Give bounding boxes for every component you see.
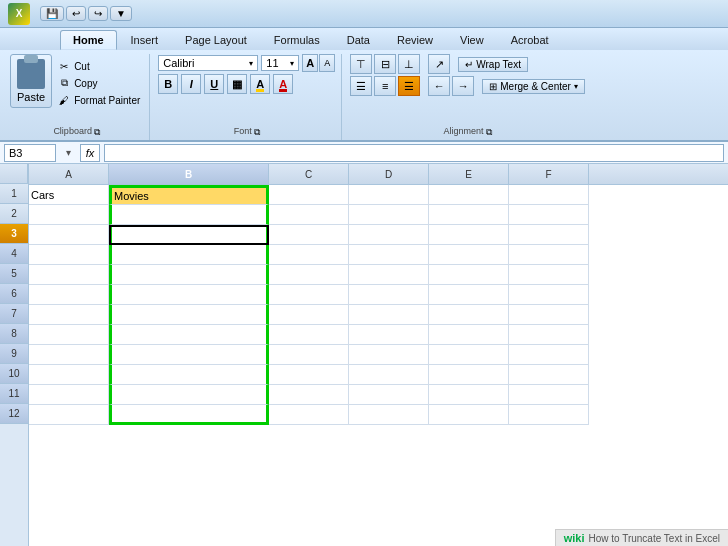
cell-e6[interactable] xyxy=(429,285,509,305)
cell-d11[interactable] xyxy=(349,385,429,405)
cell-a5[interactable] xyxy=(29,265,109,285)
tab-review[interactable]: Review xyxy=(384,30,446,50)
row-num-12[interactable]: 12 xyxy=(0,404,28,424)
decrease-font-size-button[interactable]: A xyxy=(319,54,335,72)
cell-e3[interactable] xyxy=(429,225,509,245)
italic-button[interactable]: I xyxy=(181,74,201,94)
customize-button[interactable]: ▼ xyxy=(110,6,132,21)
cell-e12[interactable] xyxy=(429,405,509,425)
col-header-f[interactable]: F xyxy=(509,164,589,184)
cell-f2[interactable] xyxy=(509,205,589,225)
cell-b6[interactable] xyxy=(109,285,269,305)
cut-button[interactable]: ✂ Cut xyxy=(54,58,143,74)
cell-b8[interactable] xyxy=(109,325,269,345)
cell-a7[interactable] xyxy=(29,305,109,325)
col-header-e[interactable]: E xyxy=(429,164,509,184)
row-num-8[interactable]: 8 xyxy=(0,324,28,344)
paste-button[interactable]: Paste xyxy=(10,54,52,108)
cell-f11[interactable] xyxy=(509,385,589,405)
cell-b9[interactable] xyxy=(109,345,269,365)
col-header-a[interactable]: A xyxy=(29,164,109,184)
row-num-5[interactable]: 5 xyxy=(0,264,28,284)
cell-f6[interactable] xyxy=(509,285,589,305)
cell-f5[interactable] xyxy=(509,265,589,285)
cell-b7[interactable] xyxy=(109,305,269,325)
cell-e8[interactable] xyxy=(429,325,509,345)
redo-button[interactable]: ↪ xyxy=(88,6,108,21)
formula-input[interactable] xyxy=(104,144,724,162)
tab-home[interactable]: Home xyxy=(60,30,117,50)
border-button[interactable]: ▦ xyxy=(227,74,247,94)
font-color-button[interactable]: A xyxy=(273,74,293,94)
cell-b10[interactable] xyxy=(109,365,269,385)
cell-a12[interactable] xyxy=(29,405,109,425)
font-size-dropdown[interactable]: 11▾ xyxy=(261,55,299,71)
clipboard-expand-icon[interactable]: ⧉ xyxy=(94,127,100,138)
tab-view[interactable]: View xyxy=(447,30,497,50)
cell-f3[interactable] xyxy=(509,225,589,245)
cell-b12[interactable] xyxy=(109,405,269,425)
copy-button[interactable]: ⧉ Copy xyxy=(54,75,143,91)
fill-color-button[interactable]: A xyxy=(250,74,270,94)
cell-a2[interactable] xyxy=(29,205,109,225)
align-left-button[interactable]: ☰ xyxy=(350,76,372,96)
cell-c6[interactable] xyxy=(269,285,349,305)
row-num-4[interactable]: 4 xyxy=(0,244,28,264)
font-expand-icon[interactable]: ⧉ xyxy=(254,127,260,138)
row-num-6[interactable]: 6 xyxy=(0,284,28,304)
cell-d10[interactable] xyxy=(349,365,429,385)
cell-a10[interactable] xyxy=(29,365,109,385)
cell-e4[interactable] xyxy=(429,245,509,265)
row-num-11[interactable]: 11 xyxy=(0,384,28,404)
cell-a8[interactable] xyxy=(29,325,109,345)
cell-b4[interactable] xyxy=(109,245,269,265)
cell-f1[interactable] xyxy=(509,185,589,205)
cell-c4[interactable] xyxy=(269,245,349,265)
cell-e10[interactable] xyxy=(429,365,509,385)
col-header-c[interactable]: C xyxy=(269,164,349,184)
cell-c7[interactable] xyxy=(269,305,349,325)
cell-a6[interactable] xyxy=(29,285,109,305)
cell-ref-dropdown-button[interactable]: ▾ xyxy=(60,145,76,161)
cell-d9[interactable] xyxy=(349,345,429,365)
tab-insert[interactable]: Insert xyxy=(118,30,172,50)
col-header-b[interactable]: B xyxy=(109,164,269,184)
row-num-9[interactable]: 9 xyxy=(0,344,28,364)
insert-function-button[interactable]: fx xyxy=(80,144,100,162)
cell-f7[interactable] xyxy=(509,305,589,325)
cell-f10[interactable] xyxy=(509,365,589,385)
cell-e7[interactable] xyxy=(429,305,509,325)
cell-d1[interactable] xyxy=(349,185,429,205)
cell-a4[interactable] xyxy=(29,245,109,265)
cell-c1[interactable] xyxy=(269,185,349,205)
cell-b3[interactable] xyxy=(109,225,269,245)
align-center-button[interactable]: ≡ xyxy=(374,76,396,96)
cell-a11[interactable] xyxy=(29,385,109,405)
cell-e5[interactable] xyxy=(429,265,509,285)
cell-d3[interactable] xyxy=(349,225,429,245)
cell-c3[interactable] xyxy=(269,225,349,245)
align-bottom-button[interactable]: ⊥ xyxy=(398,54,420,74)
alignment-expand-icon[interactable]: ⧉ xyxy=(486,127,492,138)
align-middle-button[interactable]: ⊟ xyxy=(374,54,396,74)
cell-f12[interactable] xyxy=(509,405,589,425)
cell-e11[interactable] xyxy=(429,385,509,405)
row-num-10[interactable]: 10 xyxy=(0,364,28,384)
cell-c2[interactable] xyxy=(269,205,349,225)
cell-a1[interactable]: Cars xyxy=(29,185,109,205)
tab-data[interactable]: Data xyxy=(334,30,383,50)
cell-c10[interactable] xyxy=(269,365,349,385)
font-name-dropdown[interactable]: Calibri▾ xyxy=(158,55,258,71)
cell-e9[interactable] xyxy=(429,345,509,365)
tab-page-layout[interactable]: Page Layout xyxy=(172,30,260,50)
increase-font-size-button[interactable]: A xyxy=(302,54,318,72)
align-right-button[interactable]: ☰ xyxy=(398,76,420,96)
col-header-d[interactable]: D xyxy=(349,164,429,184)
cell-c11[interactable] xyxy=(269,385,349,405)
row-num-3[interactable]: 3 xyxy=(0,224,28,244)
row-num-7[interactable]: 7 xyxy=(0,304,28,324)
cell-d6[interactable] xyxy=(349,285,429,305)
decrease-indent-button[interactable]: ← xyxy=(428,76,450,96)
cell-d5[interactable] xyxy=(349,265,429,285)
cell-d8[interactable] xyxy=(349,325,429,345)
